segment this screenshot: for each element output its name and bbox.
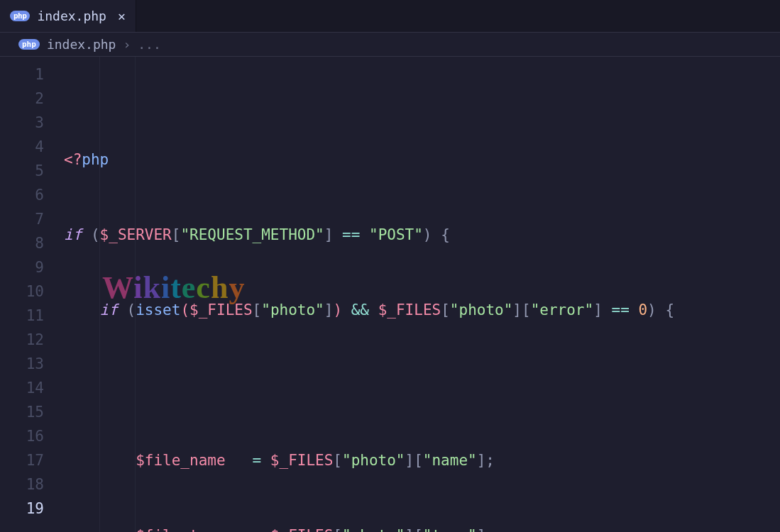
code-line: $file_name = $_FILES["photo"]["name"]; <box>64 448 780 472</box>
breadcrumb-file: index.php <box>47 37 116 52</box>
line-number: 17 <box>0 448 44 472</box>
line-number: 7 <box>0 207 44 231</box>
line-number: 1 <box>0 62 44 87</box>
line-number: 4 <box>0 135 44 159</box>
line-number: 14 <box>0 376 44 400</box>
line-number: 2 <box>0 87 44 111</box>
code-line: <?php <box>64 148 780 172</box>
breadcrumb-dots: ... <box>138 37 161 52</box>
line-number: 9 <box>0 255 44 279</box>
tab-index-php[interactable]: php index.php ✕ <box>0 0 136 32</box>
chevron-right-icon: › <box>123 37 131 52</box>
editor[interactable]: 12345678910111213141516171819 <?php if (… <box>0 57 780 532</box>
tab-label: index.php <box>37 9 106 23</box>
breadcrumb[interactable]: php index.php › ... <box>0 33 780 57</box>
tab-bar: php index.php ✕ <box>0 0 780 33</box>
code-area[interactable]: <?php if ($_SERVER["REQUEST_METHOD"] == … <box>64 57 780 532</box>
code-line: if ($_SERVER["REQUEST_METHOD"] == "POST"… <box>64 223 780 247</box>
line-number: 18 <box>0 472 44 497</box>
code-line <box>64 373 780 397</box>
php-icon: php <box>18 39 40 50</box>
line-number: 13 <box>0 352 44 376</box>
line-number: 6 <box>0 183 44 207</box>
line-number: 8 <box>0 231 44 255</box>
line-number: 15 <box>0 400 44 424</box>
code-line: $file_type = $_FILES["photo"]["type"]; <box>64 523 780 532</box>
line-number-gutter: 12345678910111213141516171819 <box>0 57 64 532</box>
line-number: 10 <box>0 279 44 304</box>
line-number: 5 <box>0 159 44 183</box>
line-number: 12 <box>0 328 44 352</box>
close-icon[interactable]: ✕ <box>118 9 126 23</box>
line-number: 11 <box>0 304 44 328</box>
line-number: 19 <box>0 497 44 521</box>
line-number: 16 <box>0 424 44 448</box>
code-line: if (isset($_FILES["photo"]) && $_FILES["… <box>64 298 780 322</box>
line-number: 3 <box>0 111 44 135</box>
php-icon: php <box>10 11 30 21</box>
